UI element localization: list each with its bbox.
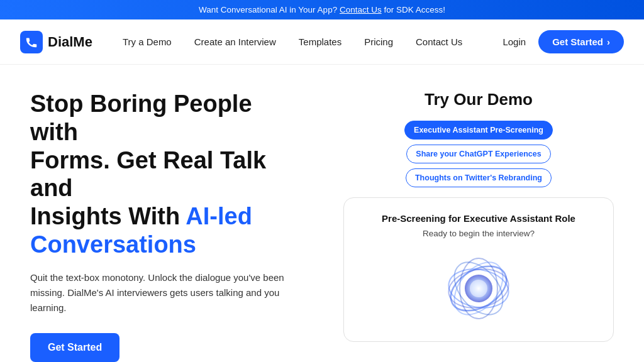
hero-title-highlight: AI-led (186, 203, 252, 229)
hero-cta-button[interactable]: Get Started (30, 333, 119, 362)
nav-contact[interactable]: Contact Us (416, 36, 462, 47)
demo-card: Pre-Screening for Executive Assistant Ro… (343, 197, 614, 342)
demo-card-title: Pre-Screening for Executive Assistant Ro… (359, 213, 598, 224)
nav-create-interview[interactable]: Create an Interview (194, 36, 276, 47)
hero-title-line2: Forms. Get Real Talk and (30, 147, 266, 202)
demo-section: Try Our Demo Executive Assistant Pre-Scr… (343, 90, 614, 358)
hero-title-line1: Stop Boring People with (30, 90, 252, 145)
nav-links: Try a Demo Create an Interview Templates… (123, 36, 503, 47)
demo-title: Try Our Demo (343, 90, 614, 109)
hero-title-line4: Conversations (30, 231, 196, 258)
hero-title-line3: Insights With (30, 203, 186, 229)
demo-tab-executive[interactable]: Executive Assistant Pre-Screening (404, 121, 553, 140)
navbar: DialMe Try a Demo Create an Interview Te… (0, 19, 644, 65)
nav-pricing[interactable]: Pricing (364, 36, 393, 47)
login-button[interactable]: Login (502, 36, 526, 47)
arrow-icon: › (607, 36, 610, 47)
hero-subtitle: Quit the text-box monotony. Unlock the d… (30, 270, 294, 315)
nav-templates[interactable]: Templates (299, 36, 341, 47)
demo-tab-chatgpt[interactable]: Share your ChatGPT Experiences (406, 145, 550, 163)
demo-tabs: Executive Assistant Pre-Screening Share … (343, 121, 614, 187)
nav-try-demo[interactable]: Try a Demo (123, 36, 172, 47)
banner-text-after: for SDK Access! (382, 5, 445, 14)
logo-text: DialMe (48, 34, 92, 50)
logo[interactable]: DialMe (20, 31, 92, 53)
hero-title: Stop Boring People with Forms. Get Real … (30, 90, 306, 259)
main-content: Stop Boring People with Forms. Get Real … (0, 65, 644, 358)
demo-card-subtitle: Ready to begin the interview? (359, 229, 598, 238)
orb-container (359, 251, 598, 326)
banner-text: Want Conversational AI in Your App? (199, 5, 340, 14)
ai-orb[interactable] (444, 254, 513, 323)
nav-right: Login Get Started › (502, 30, 624, 53)
top-banner: Want Conversational AI in Your App? Cont… (0, 0, 644, 19)
hero-section: Stop Boring People with Forms. Get Real … (30, 90, 306, 358)
get-started-nav-button[interactable]: Get Started › (538, 30, 624, 53)
logo-icon (20, 31, 43, 53)
svg-point-7 (470, 280, 487, 297)
demo-tab-twitter[interactable]: Thoughts on Twitter's Rebranding (406, 168, 552, 187)
banner-link[interactable]: Contact Us (340, 5, 382, 14)
